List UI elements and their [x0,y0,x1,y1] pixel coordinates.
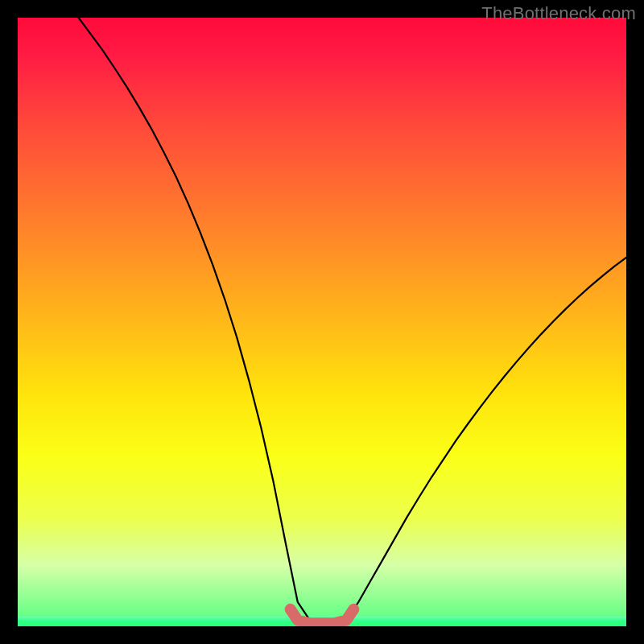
chart-frame: TheBottleneck.com [0,0,644,644]
optimal-marker [18,18,626,626]
watermark-text: TheBottleneck.com [481,3,636,24]
plot-area [18,18,626,626]
